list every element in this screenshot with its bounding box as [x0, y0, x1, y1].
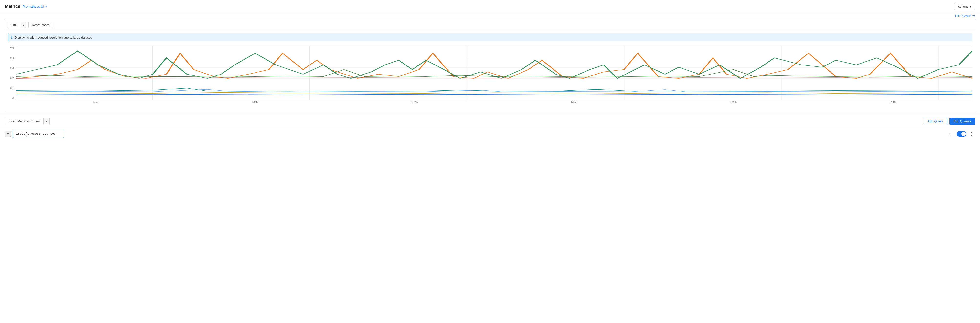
chart-inner: 0.5 0.4 0.3 0.2 0.1 0 [8, 46, 972, 107]
x-label-1345: 13:45 [411, 100, 418, 103]
header-left: Metrics Prometheus UI ↗ [5, 4, 47, 9]
toggle-thumb [961, 132, 966, 136]
y-label-0: 0 [13, 97, 14, 100]
query-row: ▾ ✕ ⋮ [0, 128, 980, 141]
chart-svg-wrapper [16, 46, 972, 100]
insert-metric-label: Insert Metric at Cursor [5, 118, 43, 125]
x-label-1335: 13:35 [92, 100, 99, 103]
collapse-query-button[interactable]: ▾ [5, 131, 11, 137]
toggle-track[interactable] [956, 131, 966, 137]
chart-svg [16, 46, 972, 100]
x-label-1350: 13:50 [571, 100, 578, 103]
info-icon: ℹ [11, 35, 13, 39]
reset-zoom-label: Reset Zoom [32, 23, 49, 27]
add-query-label: Add Query [928, 119, 943, 123]
x-axis: 13:35 13:40 13:45 13:50 13:55 14:00 [16, 100, 972, 107]
time-select-caret-icon: ▾ [21, 22, 25, 28]
external-link-icon: ↗ [45, 5, 47, 8]
query-clear-button[interactable]: ✕ [949, 132, 952, 135]
y-label-0.2: 0.2 [10, 77, 14, 80]
header: Metrics Prometheus UI ↗ Actions ▾ [0, 0, 980, 12]
prometheus-ui-link[interactable]: Prometheus UI ↗ [23, 5, 47, 8]
y-label-0.1: 0.1 [10, 87, 14, 90]
graph-controls: 5m 15m 30m 1h 3h 6h 12h 1d 2d 1w ▾ Reset… [4, 19, 976, 31]
insert-metric-button[interactable]: Insert Metric at Cursor ▾ [5, 118, 49, 125]
more-icon: ⋮ [969, 131, 974, 137]
reset-zoom-button[interactable]: Reset Zoom [28, 22, 53, 28]
prometheus-ui-link-label: Prometheus UI [23, 5, 44, 8]
x-label-1340: 13:40 [252, 100, 259, 103]
collapse-icon: ▾ [7, 132, 9, 136]
query-more-button[interactable]: ⋮ [968, 130, 975, 137]
actions-caret-icon: ▾ [970, 5, 972, 8]
hide-graph-label: Hide Graph [955, 14, 971, 18]
run-queries-button[interactable]: Run Queries [950, 118, 975, 125]
y-label-0.5: 0.5 [10, 46, 14, 49]
actions-label: Actions [958, 5, 968, 8]
clear-icon: ✕ [949, 132, 952, 136]
bottom-toolbar: Insert Metric at Cursor ▾ Add Query Run … [0, 115, 980, 127]
x-label-1355: 13:55 [730, 100, 737, 103]
page-title: Metrics [5, 4, 20, 9]
query-input[interactable] [13, 130, 64, 138]
info-banner: ℹ Displaying with reduced resolution due… [8, 33, 972, 41]
chart-area: 0.5 0.4 0.3 0.2 0.1 0 [4, 44, 976, 112]
hide-graph-link[interactable]: Hide Graph ⇔ [955, 14, 975, 18]
time-range-select[interactable]: 5m 15m 30m 1h 3h 6h 12h 1d 2d 1w [8, 22, 21, 28]
time-select-wrapper[interactable]: 5m 15m 30m 1h 3h 6h 12h 1d 2d 1w ▾ [8, 22, 26, 28]
y-label-0.3: 0.3 [10, 67, 14, 69]
actions-button[interactable]: Actions ▾ [954, 3, 975, 10]
run-queries-label: Run Queries [953, 119, 971, 123]
y-label-0.4: 0.4 [10, 56, 14, 59]
add-query-button[interactable]: Add Query [924, 118, 947, 125]
x-label-1400: 14:00 [889, 100, 896, 103]
hide-graph-icon: ⇔ [972, 14, 975, 18]
query-input-wrapper: ✕ [13, 130, 955, 138]
info-message: Displaying with reduced resolution due t… [14, 36, 92, 39]
query-toggle[interactable] [956, 131, 966, 137]
page-wrapper: Metrics Prometheus UI ↗ Actions ▾ Hide G… [0, 0, 980, 323]
graph-section: 5m 15m 30m 1h 3h 6h 12h 1d 2d 1w ▾ Reset… [4, 19, 976, 112]
hide-graph-row: Hide Graph ⇔ [0, 12, 980, 19]
y-axis: 0.5 0.4 0.3 0.2 0.1 0 [8, 46, 15, 100]
right-buttons: Add Query Run Queries [924, 118, 975, 125]
insert-metric-caret-icon[interactable]: ▾ [43, 118, 49, 124]
